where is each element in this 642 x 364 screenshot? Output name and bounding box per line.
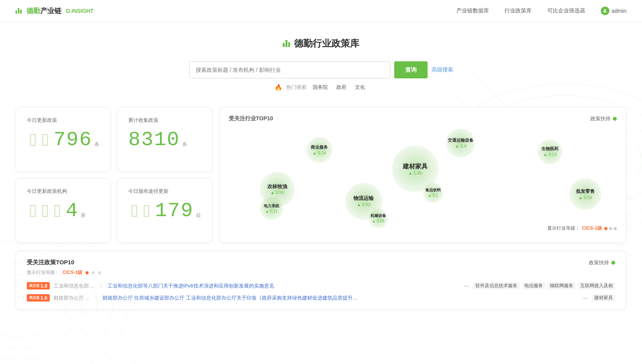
bubble-shengwu[interactable]: 生物医药 ▲ 0.23 [538,139,562,164]
bubble-shipin[interactable]: 食品饮料 ▲ 0.1 [423,183,443,203]
digit-value-2: 8310 [128,130,180,150]
bottom-level-row: 显示行业等级： CICS-1级 [27,269,615,276]
header: 德勤产业链 D.INSIGHT 产业链数据库 行业政策库 可比企业筛选器 adm… [0,0,642,22]
bubble-dianli[interactable]: 电力系统 ▲ 0.11 [260,197,283,220]
score-num-1: 1.6 [40,295,47,301]
stat-unit-1: 条 [94,141,99,148]
policy-dash-1: — [583,295,588,301]
policy-tag-0-1[interactable]: 电信服务 [522,282,545,289]
digit-value-4: 179 [155,201,194,221]
policy-tag-0-3[interactable]: 互联网接入及相 [578,282,615,289]
level-dot-1 [604,227,607,230]
score-badge-1: 高注意 1.6 [27,294,50,302]
search-input[interactable] [189,61,390,78]
score-label-1: 高注意 [29,295,40,300]
bubble-pifa[interactable]: 批发零售 ▲ 0.53 [569,178,601,210]
bottom-dot-inactive-2 [98,271,101,274]
stat-unit-4: 处 [196,212,201,219]
policy-tags-0: 软件及信息技术服务 电信服务 物联网服务 互联网接入及相 [473,282,615,289]
logo-dinsight: D.INSIGHT [66,8,94,14]
page-title-area: 德勤行业政策库 [0,22,642,57]
policy-title-1[interactable]: 财政部办公厅 住房城乡建设部办公厅 工业和信息化部办公厅关于印发《政府采购支持绿… [103,295,579,302]
hot-tag-0[interactable]: 国务院 [310,83,330,92]
bottom-cics-label: CICS-1级 [63,269,82,276]
search-row: 查询 高级搜索 [189,61,453,78]
policy-item-1: 高注意 1.6 财政部办公厅 ... ： 财政部办公厅 住房城乡建设部办公厅 工… [27,294,615,302]
bottom-section: 受关注政策TOP10 政策扶持 显示行业等级： CICS-1级 高注意 1.8 … [16,251,626,310]
policy-support-label: 政策扶持 [590,115,611,122]
stat-value-row-3: ▯▯▯ 4 家 [27,201,99,221]
policy-tag-0-2[interactable]: 物联网服务 [548,282,576,289]
hot-tag-1[interactable]: 政府 [334,83,349,92]
policy-tags-1: 建材家具 [592,294,615,302]
bubble-canvas: 建材家具 ▲ 1.89 物流运输 ▲ 0.92 农林牧渔 ▲ 0.59 批发零售… [229,126,617,235]
stat-card-daily-policy: 今日更新政策 ▯▯ 796 条 [16,107,111,172]
search-button[interactable]: 查询 [394,61,428,78]
nav-user[interactable]: admin [601,7,626,15]
stat-card-total-policy: 累计收集政策 8310 条 [117,107,212,172]
digit-placeholder-1: ▯▯ [27,130,51,150]
logo-text: 德勤产业链 [26,6,61,16]
bubble-jixie[interactable]: 机械设备 ▲ 0.08 [369,209,388,228]
nav-item-policy-db[interactable]: 行业政策库 [505,7,532,14]
nav-item-company-filter[interactable]: 可比企业筛选器 [547,7,585,14]
stat-unit-2: 条 [182,141,187,148]
bubble-jiaotong[interactable]: 交通运输设备 ▲ 0.4 [446,128,475,158]
stat-card-publisher: 今日更新政策机构 ▯▯▯ 4 家 [16,178,111,243]
score-num-0: 1.8 [40,283,47,289]
cics-level-label: CICS-1级 [582,225,602,232]
stats-grid: 今日更新政策 ▯▯ 796 条 累计收集政策 8310 条 今日更新政策机构 [16,107,210,243]
bottom-green-dot [611,261,615,265]
level-dot-2 [609,227,612,230]
stat-label-1: 今日更新政策 [27,117,99,124]
hot-label: 热门搜索 [286,84,306,91]
policy-list: 高注意 1.8 工业和信息化部 ... ： 工业和信息化部等八部门关于推进IPv… [27,282,615,302]
bubble-section: 受关注行业TOP10 政策扶持 建材家具 ▲ 1.89 物流运输 ▲ 0.92 [219,107,626,243]
title-bar-icon [283,40,290,47]
policy-publisher-0: 工业和信息化部 ... [54,283,94,289]
level-dots [604,227,617,230]
policy-item-0: 高注意 1.8 工业和信息化部 ... ： 工业和信息化部等八部门关于推进IPv… [27,282,615,289]
digit-value-3: 4 [66,201,78,221]
policy-dash-0: — [464,283,469,289]
user-icon [601,7,609,15]
score-badge-0: 高注意 1.8 [27,282,50,289]
digit-placeholder-3: ▯▯▯ [27,201,63,221]
policy-title-0[interactable]: 工业和信息化部等八部门关于推进IPv6技术演进和应用创新发展的实施意见 [108,283,460,289]
content-row: 今日更新政策 ▯▯ 796 条 累计收集政策 8310 条 今日更新政策机构 [0,99,642,243]
bottom-header: 受关注政策TOP10 政策扶持 [27,259,615,266]
bottom-dot-active [85,271,89,274]
stat-value-row-1: ▯▯ 796 条 [27,130,99,150]
hot-tag-2[interactable]: 文化 [353,83,367,92]
policy-tag-0-0[interactable]: 软件及信息技术服务 [473,282,520,289]
bottom-level-label: 显示行业等级： [27,269,59,276]
stat-value-row-2: 8310 条 [128,130,201,150]
stat-card-channel: 今日颁布途径更新 ▯▯ 179 处 [117,178,212,243]
bubble-shangye[interactable]: 商业服务 ▲ 0.24 [306,137,332,163]
fire-icon: 🔥 [275,84,282,91]
bottom-dot-inactive-1 [92,271,95,274]
bottom-title: 受关注政策TOP10 [27,259,74,266]
hot-search-row: 🔥 热门搜索 国务院 政府 文化 [275,83,367,92]
stat-label-2: 累计收集政策 [128,117,201,124]
policy-publisher-1: 财政部办公厅 ... [54,295,89,302]
stat-label-3: 今日更新政策机构 [27,188,99,195]
policy-sep-0: ： [99,283,104,289]
main-nav: 产业链数据库 行业政策库 可比企业筛选器 admin [456,7,626,15]
bottom-badge-label: 政策扶持 [589,259,609,266]
policy-sep-1: ： [94,295,99,302]
username-label: admin [612,8,626,14]
level-indicator: 显示行业等级： CICS-1级 [547,225,617,232]
bubble-chart-title: 受关注行业TOP10 [229,115,273,122]
policy-tag-1-0[interactable]: 建材家具 [592,294,615,302]
page-title: 德勤行业政策库 [283,37,359,50]
policy-support-badge: 政策扶持 [590,115,617,122]
digit-placeholder-4: ▯▯ [128,201,153,221]
score-label-0: 高注意 [29,283,40,288]
logo-bar-icon [16,8,22,14]
nav-item-industry-db[interactable]: 产业链数据库 [456,7,489,14]
page-title-text: 德勤行业政策库 [294,37,359,50]
stat-unit-3: 家 [81,212,86,219]
level-dot-3 [614,227,617,230]
advanced-search-link[interactable]: 高级搜索 [431,66,453,73]
